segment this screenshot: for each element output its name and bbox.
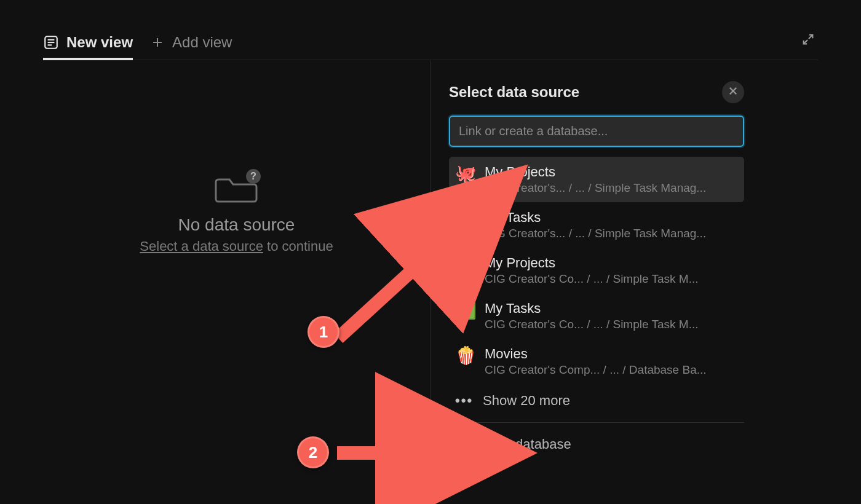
option-name: My Projects (485, 255, 738, 271)
close-button[interactable] (722, 81, 744, 103)
close-icon (728, 85, 739, 99)
option-name: My Tasks (485, 210, 738, 226)
svg-line-12 (338, 192, 498, 338)
option-path: CIG Creator's Co... / ... / Simple Task … (485, 318, 738, 331)
expand-icon (801, 33, 815, 49)
app-root: New view Add view (0, 0, 861, 504)
option-path: CIG Creator's Co... / ... / Simple Task … (485, 272, 738, 286)
empty-placeholder: ? No data source Select a data source to… (140, 171, 333, 254)
search-input[interactable] (449, 116, 744, 147)
octopus-icon: 🐙 (455, 165, 475, 183)
option-path: CIG Creator's... / ... / Simple Task Man… (485, 181, 738, 195)
panel-header: Select data source (449, 81, 744, 103)
svg-text:?: ? (251, 170, 257, 181)
annotation-arrow-1 (320, 184, 517, 350)
option-name: My Tasks (485, 301, 738, 317)
option-path: CIG Creator's... / ... / Simple Task Man… (485, 227, 738, 240)
placeholder-title: No data source (140, 215, 333, 235)
annotation-arrow-2 (331, 438, 509, 468)
ellipsis-icon: ••• (455, 393, 473, 409)
placeholder-subtitle: Select a data source to continue (140, 238, 333, 254)
tab-new-view-label: New view (66, 34, 133, 51)
option-path: CIG Creator's Comp... / ... / Database B… (485, 363, 738, 377)
plus-icon (150, 35, 165, 50)
folder-question-icon: ? (215, 171, 258, 204)
list-view-icon (43, 34, 59, 50)
expand-button[interactable] (798, 31, 818, 50)
tab-add-view[interactable]: Add view (150, 25, 232, 60)
panel-title: Select data source (449, 84, 579, 101)
show-more-label: Show 20 more (483, 393, 570, 409)
option-name: My Projects (485, 164, 738, 180)
select-data-source-link[interactable]: Select a data source (140, 238, 263, 254)
tab-add-view-label: Add view (172, 34, 232, 51)
show-more-button[interactable]: ••• Show 20 more (449, 384, 744, 421)
view-tab-bar: New view Add view (43, 25, 818, 60)
option-name: Movies (485, 346, 738, 362)
tab-new-view[interactable]: New view (43, 25, 133, 60)
